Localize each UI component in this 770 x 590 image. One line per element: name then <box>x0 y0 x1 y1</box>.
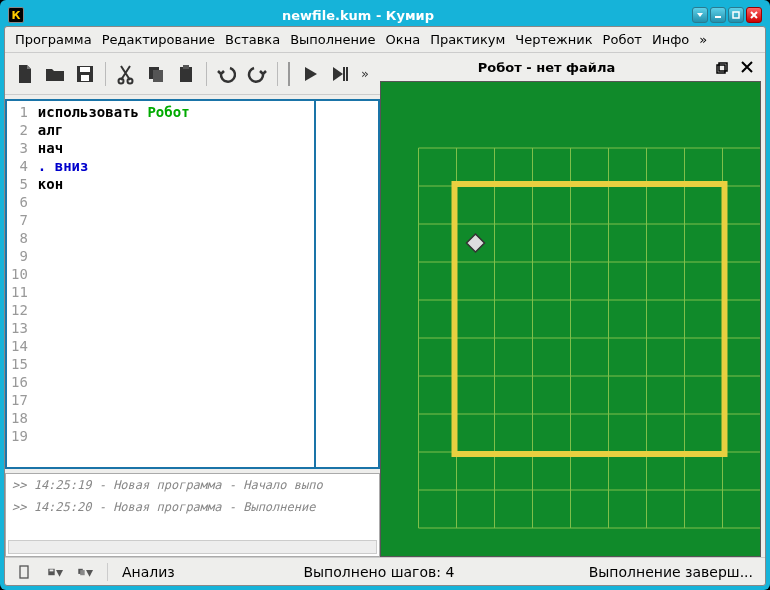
menu-item-7[interactable]: Робот <box>599 30 646 49</box>
svg-marker-13 <box>333 67 343 81</box>
svg-rect-44 <box>80 570 84 575</box>
menubar: ПрограммаРедактированиеВставкаВыполнение… <box>5 27 765 53</box>
window-content: ПрограммаРедактированиеВставкаВыполнение… <box>4 26 766 586</box>
menu-item-6[interactable]: Чертежник <box>511 30 596 49</box>
svg-rect-2 <box>733 12 739 18</box>
app-window: К newfile.kum - Кумир ПрограммаРедактиро… <box>0 0 770 590</box>
robot-close-icon[interactable] <box>739 59 755 75</box>
window-title: newfile.kum - Кумир <box>24 8 692 23</box>
new-file-button[interactable] <box>13 62 37 86</box>
menu-item-3[interactable]: Выполнение <box>286 30 379 49</box>
svg-rect-15 <box>346 67 348 81</box>
status-save-icon[interactable]: ▾ <box>47 564 63 580</box>
code-area[interactable]: использовать Роботалгнач. внизкон <box>34 101 378 467</box>
svg-point-6 <box>119 78 124 83</box>
open-file-button[interactable] <box>43 62 67 86</box>
code-editor[interactable]: 12345678910111213141516171819 использова… <box>5 99 380 469</box>
window-controls <box>692 7 762 23</box>
toolbar-overflow[interactable]: » <box>358 62 372 86</box>
toolbar: » <box>5 53 380 95</box>
toolbar-separator <box>105 62 106 86</box>
context-button[interactable] <box>692 7 708 23</box>
svg-rect-40 <box>20 566 28 578</box>
svg-rect-11 <box>183 65 189 69</box>
svg-rect-10 <box>180 67 192 82</box>
status-copy-icon[interactable]: ▾ <box>77 564 93 580</box>
status-state: Выполнение заверш... <box>583 564 753 580</box>
line-gutter: 12345678910111213141516171819 <box>7 101 34 467</box>
cut-button[interactable] <box>114 62 138 86</box>
svg-rect-1 <box>715 16 721 18</box>
svg-rect-16 <box>719 63 727 71</box>
log-entry: >> 14:25:20 - Новая программа - Выполнен… <box>12 500 373 514</box>
svg-point-7 <box>128 78 133 83</box>
log-entry: >> 14:25:19 - Новая программа - Начало в… <box>12 478 373 492</box>
close-button[interactable] <box>746 7 762 23</box>
menu-item-5[interactable]: Практикум <box>426 30 509 49</box>
redo-button[interactable] <box>245 62 269 86</box>
step-button[interactable] <box>328 62 352 86</box>
toolbar-separator <box>288 62 290 86</box>
copy-button[interactable] <box>144 62 168 86</box>
svg-rect-17 <box>717 65 725 73</box>
code-line[interactable]: кон <box>38 175 374 193</box>
toolbar-separator <box>277 62 278 86</box>
save-file-button[interactable] <box>73 62 97 86</box>
svg-rect-5 <box>81 75 89 81</box>
code-line[interactable]: алг <box>38 121 374 139</box>
code-line[interactable]: . вниз <box>38 157 374 175</box>
maximize-button[interactable] <box>728 7 744 23</box>
column-marker <box>314 101 316 467</box>
svg-marker-12 <box>305 67 317 81</box>
menu-item-9[interactable]: » <box>695 30 711 49</box>
svg-rect-42 <box>50 569 54 571</box>
status-separator <box>107 563 108 581</box>
menu-item-0[interactable]: Программа <box>11 30 96 49</box>
run-button[interactable] <box>298 62 322 86</box>
status-analysis: Анализ <box>122 564 175 580</box>
log-scrollbar[interactable] <box>8 540 377 554</box>
message-log[interactable]: >> 14:25:19 - Новая программа - Начало в… <box>5 473 380 557</box>
robot-pane: Робот - нет файла <box>380 53 765 557</box>
robot-header: Робот - нет файла <box>380 57 761 81</box>
svg-rect-4 <box>80 67 90 72</box>
minimize-button[interactable] <box>710 7 726 23</box>
paste-button[interactable] <box>174 62 198 86</box>
status-file-icon[interactable] <box>17 564 33 580</box>
menu-item-4[interactable]: Окна <box>382 30 425 49</box>
titlebar: К newfile.kum - Кумир <box>4 4 766 26</box>
menu-item-2[interactable]: Вставка <box>221 30 284 49</box>
statusbar: ▾ ▾ Анализ Выполнено шагов: 4 Выполнение… <box>5 557 765 585</box>
svg-rect-14 <box>343 67 345 81</box>
robot-marker <box>467 234 485 252</box>
toolbar-separator <box>206 62 207 86</box>
robot-title: Робот - нет файла <box>386 60 707 75</box>
code-line[interactable]: нач <box>38 139 374 157</box>
svg-marker-0 <box>697 13 703 17</box>
robot-restore-icon[interactable] <box>715 59 731 75</box>
undo-button[interactable] <box>215 62 239 86</box>
app-icon: К <box>8 7 24 23</box>
svg-rect-9 <box>153 70 163 82</box>
menu-item-8[interactable]: Инфо <box>648 30 693 49</box>
menu-item-1[interactable]: Редактирование <box>98 30 219 49</box>
code-line[interactable]: использовать Робот <box>38 103 374 121</box>
left-pane: » 12345678910111213141516171819 использо… <box>5 53 380 557</box>
status-steps: Выполнено шагов: 4 <box>189 564 569 580</box>
robot-canvas[interactable] <box>380 81 761 557</box>
